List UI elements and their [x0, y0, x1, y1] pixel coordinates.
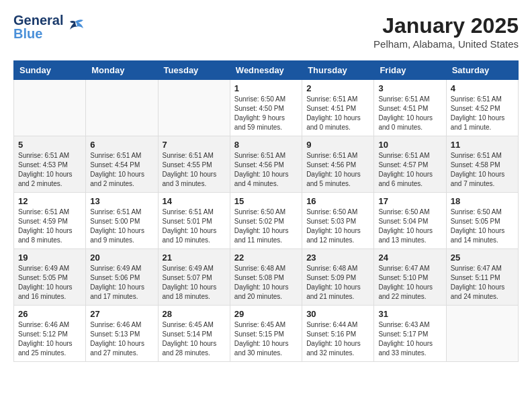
day-number: 3	[378, 83, 441, 93]
calendar-cell: 22Sunrise: 6:48 AM Sunset: 5:08 PM Dayli…	[230, 249, 302, 306]
day-number: 16	[306, 196, 369, 206]
day-info: Sunrise: 6:51 AM Sunset: 4:58 PM Dayligh…	[451, 151, 514, 189]
logo: General Blue	[13, 13, 85, 40]
calendar-cell	[446, 306, 518, 362]
weekday-header-row: SundayMondayTuesdayWednesdayThursdayFrid…	[14, 61, 519, 80]
day-number: 25	[451, 253, 514, 263]
weekday-header-tuesday: Tuesday	[158, 61, 230, 80]
day-number: 15	[234, 196, 298, 206]
calendar-cell: 20Sunrise: 6:49 AM Sunset: 5:06 PM Dayli…	[86, 249, 158, 306]
calendar-cell: 18Sunrise: 6:50 AM Sunset: 5:05 PM Dayli…	[446, 193, 518, 249]
day-info: Sunrise: 6:50 AM Sunset: 5:02 PM Dayligh…	[234, 208, 298, 245]
day-number: 13	[90, 196, 153, 206]
day-info: Sunrise: 6:43 AM Sunset: 5:17 PM Dayligh…	[378, 320, 441, 358]
day-number: 14	[163, 196, 226, 206]
calendar-cell: 9Sunrise: 6:51 AM Sunset: 4:56 PM Daylig…	[302, 136, 374, 193]
calendar-title: January 2025	[373, 13, 519, 38]
calendar-cell: 23Sunrise: 6:48 AM Sunset: 5:09 PM Dayli…	[302, 249, 374, 306]
day-number: 21	[163, 253, 226, 263]
weekday-header-monday: Monday	[86, 61, 158, 80]
day-info: Sunrise: 6:50 AM Sunset: 5:05 PM Dayligh…	[451, 208, 514, 245]
day-number: 26	[18, 309, 81, 319]
day-info: Sunrise: 6:47 AM Sunset: 5:11 PM Dayligh…	[451, 264, 514, 302]
calendar-cell: 12Sunrise: 6:51 AM Sunset: 4:59 PM Dayli…	[14, 193, 86, 249]
day-number: 17	[378, 196, 441, 206]
weekday-header-saturday: Saturday	[446, 61, 518, 80]
calendar-cell: 3Sunrise: 6:51 AM Sunset: 4:51 PM Daylig…	[374, 80, 446, 136]
day-info: Sunrise: 6:51 AM Sunset: 5:01 PM Dayligh…	[163, 208, 226, 245]
calendar-table: SundayMondayTuesdayWednesdayThursdayFrid…	[13, 60, 519, 362]
title-block: January 2025 Pelham, Alabama, United Sta…	[373, 13, 519, 50]
calendar-cell: 5Sunrise: 6:51 AM Sunset: 4:53 PM Daylig…	[14, 136, 86, 193]
day-number: 5	[18, 140, 81, 150]
week-row-3: 12Sunrise: 6:51 AM Sunset: 4:59 PM Dayli…	[14, 193, 519, 249]
logo-bird-icon	[66, 19, 85, 35]
day-number: 28	[163, 309, 226, 319]
day-info: Sunrise: 6:50 AM Sunset: 4:50 PM Dayligh…	[234, 95, 298, 132]
calendar-cell: 26Sunrise: 6:46 AM Sunset: 5:12 PM Dayli…	[14, 306, 86, 362]
calendar-subtitle: Pelham, Alabama, United States	[373, 38, 519, 50]
day-number: 27	[90, 309, 153, 319]
calendar-cell: 8Sunrise: 6:51 AM Sunset: 4:56 PM Daylig…	[230, 136, 302, 193]
day-info: Sunrise: 6:45 AM Sunset: 5:14 PM Dayligh…	[163, 320, 226, 358]
calendar-cell: 17Sunrise: 6:50 AM Sunset: 5:04 PM Dayli…	[374, 193, 446, 249]
day-info: Sunrise: 6:51 AM Sunset: 4:57 PM Dayligh…	[378, 151, 441, 189]
day-number: 9	[306, 140, 369, 150]
day-number: 19	[18, 253, 81, 263]
calendar-cell: 16Sunrise: 6:50 AM Sunset: 5:03 PM Dayli…	[302, 193, 374, 249]
day-number: 20	[90, 253, 153, 263]
weekday-header-thursday: Thursday	[302, 61, 374, 80]
day-number: 4	[451, 83, 514, 93]
day-info: Sunrise: 6:51 AM Sunset: 4:59 PM Dayligh…	[18, 208, 81, 245]
calendar-cell: 29Sunrise: 6:45 AM Sunset: 5:15 PM Dayli…	[230, 306, 302, 362]
day-number: 31	[378, 309, 441, 319]
day-number: 6	[90, 140, 153, 150]
day-number: 10	[378, 140, 441, 150]
day-number: 11	[451, 140, 514, 150]
day-info: Sunrise: 6:49 AM Sunset: 5:06 PM Dayligh…	[90, 264, 153, 302]
logo-text-general: General	[13, 13, 63, 27]
day-info: Sunrise: 6:48 AM Sunset: 5:08 PM Dayligh…	[234, 264, 298, 302]
day-info: Sunrise: 6:50 AM Sunset: 5:04 PM Dayligh…	[378, 208, 441, 245]
calendar-cell: 21Sunrise: 6:49 AM Sunset: 5:07 PM Dayli…	[158, 249, 230, 306]
day-info: Sunrise: 6:44 AM Sunset: 5:16 PM Dayligh…	[306, 320, 369, 358]
day-info: Sunrise: 6:46 AM Sunset: 5:13 PM Dayligh…	[90, 320, 153, 358]
weekday-header-friday: Friday	[374, 61, 446, 80]
weekday-header-wednesday: Wednesday	[230, 61, 302, 80]
calendar-cell	[158, 80, 230, 136]
day-number: 2	[306, 83, 369, 93]
day-info: Sunrise: 6:51 AM Sunset: 4:52 PM Dayligh…	[451, 95, 514, 132]
day-number: 30	[306, 309, 369, 319]
day-info: Sunrise: 6:49 AM Sunset: 5:05 PM Dayligh…	[18, 264, 81, 302]
day-info: Sunrise: 6:51 AM Sunset: 4:51 PM Dayligh…	[378, 95, 441, 132]
day-info: Sunrise: 6:45 AM Sunset: 5:15 PM Dayligh…	[234, 320, 298, 358]
day-info: Sunrise: 6:46 AM Sunset: 5:12 PM Dayligh…	[18, 320, 81, 358]
day-info: Sunrise: 6:49 AM Sunset: 5:07 PM Dayligh…	[163, 264, 226, 302]
day-number: 8	[234, 140, 298, 150]
page-header: General Blue January 2025 Pelham, Alabam…	[13, 13, 519, 50]
calendar-cell: 2Sunrise: 6:51 AM Sunset: 4:51 PM Daylig…	[302, 80, 374, 136]
calendar-cell: 31Sunrise: 6:43 AM Sunset: 5:17 PM Dayli…	[374, 306, 446, 362]
calendar-cell: 19Sunrise: 6:49 AM Sunset: 5:05 PM Dayli…	[14, 249, 86, 306]
day-number: 23	[306, 253, 369, 263]
calendar-cell: 28Sunrise: 6:45 AM Sunset: 5:14 PM Dayli…	[158, 306, 230, 362]
calendar-cell: 25Sunrise: 6:47 AM Sunset: 5:11 PM Dayli…	[446, 249, 518, 306]
calendar-cell: 7Sunrise: 6:51 AM Sunset: 4:55 PM Daylig…	[158, 136, 230, 193]
day-info: Sunrise: 6:51 AM Sunset: 4:56 PM Dayligh…	[306, 151, 369, 189]
day-info: Sunrise: 6:51 AM Sunset: 5:00 PM Dayligh…	[90, 208, 153, 245]
day-info: Sunrise: 6:47 AM Sunset: 5:10 PM Dayligh…	[378, 264, 441, 302]
week-row-4: 19Sunrise: 6:49 AM Sunset: 5:05 PM Dayli…	[14, 249, 519, 306]
day-number: 18	[451, 196, 514, 206]
calendar-cell: 13Sunrise: 6:51 AM Sunset: 5:00 PM Dayli…	[86, 193, 158, 249]
day-number: 7	[163, 140, 226, 150]
calendar-cell: 30Sunrise: 6:44 AM Sunset: 5:16 PM Dayli…	[302, 306, 374, 362]
week-row-2: 5Sunrise: 6:51 AM Sunset: 4:53 PM Daylig…	[14, 136, 519, 193]
day-number: 1	[234, 83, 298, 93]
calendar-cell: 4Sunrise: 6:51 AM Sunset: 4:52 PM Daylig…	[446, 80, 518, 136]
week-row-1: 1Sunrise: 6:50 AM Sunset: 4:50 PM Daylig…	[14, 80, 519, 136]
calendar-cell	[86, 80, 158, 136]
calendar-cell: 1Sunrise: 6:50 AM Sunset: 4:50 PM Daylig…	[230, 80, 302, 136]
day-info: Sunrise: 6:51 AM Sunset: 4:56 PM Dayligh…	[234, 151, 298, 189]
day-info: Sunrise: 6:51 AM Sunset: 4:54 PM Dayligh…	[90, 151, 153, 189]
day-number: 29	[234, 309, 298, 319]
